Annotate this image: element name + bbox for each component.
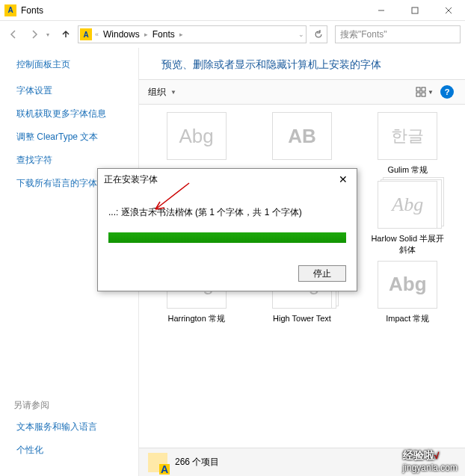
control-panel-home-link[interactable]: 控制面板主页 [16, 58, 131, 71]
chevron-right-icon: ▸ [179, 31, 183, 38]
stop-button[interactable]: 停止 [298, 265, 346, 282]
dialog-message: ...: 逐浪古禾书法楷体 (第 1 个字体，共 1 个字体) [108, 206, 346, 219]
status-item-count: 266 个项目 [175, 456, 219, 469]
refresh-button[interactable] [310, 25, 327, 43]
font-thumb: AB [272, 112, 332, 160]
sidebar-link[interactable]: 查找字符 [16, 154, 131, 167]
see-also-link[interactable]: 文本服务和输入语言 [16, 421, 131, 433]
svg-rect-1 [412, 7, 418, 13]
help-button[interactable]: ? [438, 83, 456, 101]
font-item[interactable]: AB [250, 112, 353, 175]
annotation-arrow [148, 179, 193, 219]
font-label: Harrington 常规 [155, 313, 238, 324]
font-item[interactable]: 한글Gulim 常规 [357, 112, 459, 175]
font-label: Gulim 常规 [366, 164, 449, 175]
chevron-down-icon: ▼ [170, 89, 176, 96]
organize-button[interactable]: 组织 ▼ [148, 86, 176, 99]
breadcrumb-prefix: « [95, 31, 99, 38]
organize-label: 组织 [148, 86, 166, 99]
svg-rect-5 [422, 87, 425, 91]
up-button[interactable] [57, 25, 75, 43]
watermark: 经验啦√ jingyanla.com [403, 449, 458, 473]
font-thumb: Abg [378, 181, 437, 229]
see-also-link[interactable]: 个性化 [16, 444, 131, 457]
dialog-close-button[interactable]: ✕ [336, 172, 351, 187]
font-label: High Tower Text [261, 313, 343, 324]
sidebar-link[interactable]: 调整 ClearType 文本 [16, 131, 131, 143]
font-item[interactable]: Abg [145, 112, 247, 175]
view-options-button[interactable]: ▼ [416, 83, 434, 101]
address-dropdown-icon[interactable]: ⌄ [298, 31, 304, 38]
breadcrumb-item[interactable]: Fonts [151, 29, 176, 40]
sidebar-link[interactable]: 联机获取更多字体信息 [16, 108, 131, 120]
progress-fill [108, 232, 346, 243]
minimize-button[interactable] [364, 0, 398, 20]
font-item[interactable]: AbgImpact 常规 [357, 261, 459, 324]
font-label: Harlow Solid 半展开 斜体 [366, 233, 449, 255]
install-font-dialog: 正在安装字体 ✕ ...: 逐浪古禾书法楷体 (第 1 个字体，共 1 个字体)… [97, 168, 357, 291]
chevron-right-icon: ▸ [144, 31, 148, 38]
forward-button[interactable] [25, 25, 43, 43]
address-bar[interactable]: A « Windows ▸ Fonts ▸ ⌄ [78, 25, 307, 43]
breadcrumb-item[interactable]: Windows [102, 29, 141, 40]
search-placeholder: 搜索"Fonts" [340, 28, 387, 41]
svg-rect-6 [416, 93, 420, 96]
page-title: 预览、删除或者显示和隐藏计算机上安装的字体 [139, 48, 465, 79]
fonts-folder-icon [148, 453, 167, 472]
font-thumb: 한글 [378, 112, 437, 160]
progress-bar [108, 232, 346, 243]
maximize-button[interactable] [398, 0, 431, 20]
sidebar-link[interactable]: 字体设置 [16, 84, 131, 97]
app-icon: A [4, 4, 16, 16]
search-input[interactable]: 搜索"Fonts" [335, 25, 461, 43]
window-title: Fonts [21, 5, 364, 16]
folder-fonts-icon: A [80, 28, 92, 40]
help-icon: ? [440, 85, 454, 99]
history-dropdown-icon[interactable]: ▾ [46, 31, 54, 38]
font-item[interactable]: AbgHarlow Solid 半展开 斜体 [357, 181, 459, 255]
svg-rect-7 [422, 93, 425, 96]
back-button[interactable] [4, 25, 22, 43]
see-also-heading: 另请参阅 [13, 399, 131, 412]
font-label: Impact 常规 [366, 313, 449, 324]
close-button[interactable] [431, 0, 465, 20]
font-thumb: Abg [378, 261, 437, 309]
svg-rect-4 [416, 87, 420, 91]
font-thumb: Abg [167, 112, 227, 160]
status-bar: 266 个项目 经验啦√ jingyanla.com [139, 448, 465, 476]
